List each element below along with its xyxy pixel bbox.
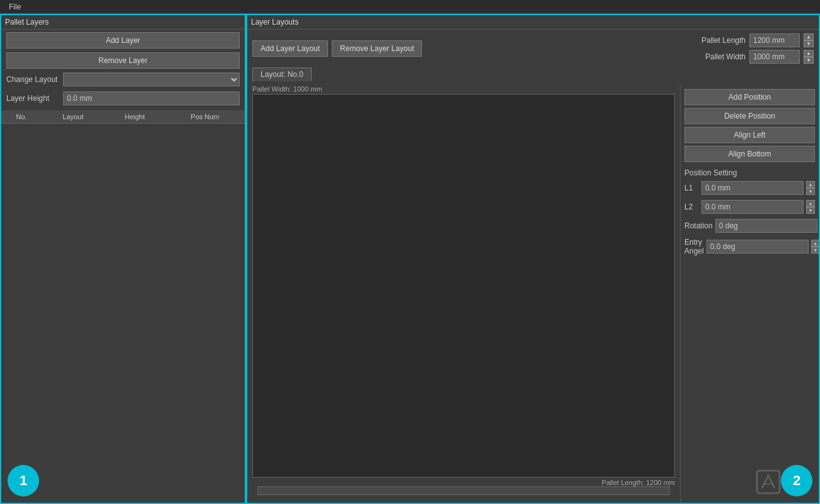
l2-spinner[interactable]: ▲ ▼ bbox=[806, 200, 815, 214]
change-layout-row: Change Layout bbox=[1, 70, 245, 89]
l1-up[interactable]: ▲ bbox=[806, 181, 815, 188]
pallet-width-label: Pallet Width bbox=[689, 52, 746, 61]
logo-area bbox=[756, 469, 781, 496]
pallet-width-up[interactable]: ▲ bbox=[804, 50, 814, 57]
entry-angel-spinner[interactable]: ▲ ▼ bbox=[811, 240, 819, 254]
pallet-width-canvas-label: Pallet Width: 1000 mm bbox=[252, 84, 675, 94]
col-layout: Layout bbox=[42, 110, 104, 124]
pallet-length-input[interactable] bbox=[749, 33, 800, 47]
canvas-area: Pallet Width: 1000 mm Pallet Length: 120… bbox=[247, 84, 680, 503]
pallet-length-label: Pallet Length bbox=[689, 36, 746, 45]
pallet-layers-title: Pallet Layers bbox=[1, 15, 245, 30]
align-left-button[interactable]: Align Left bbox=[684, 127, 815, 143]
main-layout: Pallet Layers Add Layer Remove Layer Cha… bbox=[0, 14, 820, 504]
rotation-label: Rotation bbox=[684, 221, 713, 230]
col-no: No. bbox=[1, 110, 42, 124]
pallet-width-input[interactable] bbox=[749, 50, 800, 64]
delete-position-button[interactable]: Delete Position bbox=[684, 108, 815, 124]
add-layer-layout-button[interactable]: Add Layer Layout bbox=[252, 40, 328, 57]
add-layer-button[interactable]: Add Layer bbox=[6, 32, 240, 49]
col-height: Height bbox=[104, 110, 165, 124]
badge-2: 2 bbox=[781, 465, 812, 496]
entry-angel-label: Entry Angel bbox=[684, 238, 704, 255]
layer-layouts-title: Layer Layouts bbox=[247, 15, 819, 30]
entry-angel-up[interactable]: ▲ bbox=[811, 240, 819, 247]
layer-height-label: Layer Height bbox=[6, 94, 63, 103]
pallet-length-spinner[interactable]: ▲ ▼ bbox=[804, 33, 814, 47]
l1-label: L1 bbox=[684, 184, 699, 192]
entry-angel-input[interactable] bbox=[706, 240, 809, 254]
change-layout-select[interactable] bbox=[63, 73, 240, 86]
layer-height-row: Layer Height bbox=[1, 89, 245, 108]
layer-table: No. Layout Height Pos Num bbox=[1, 110, 245, 124]
rotation-input[interactable] bbox=[715, 219, 817, 233]
l1-spinner[interactable]: ▲ ▼ bbox=[806, 181, 815, 195]
l1-input[interactable] bbox=[701, 181, 804, 195]
pallet-length-row: Pallet Length ▲ ▼ bbox=[689, 33, 814, 47]
position-setting-title: Position Setting bbox=[684, 168, 815, 177]
layout-tabs: Layout: No.0 bbox=[247, 67, 819, 84]
remove-layer-button[interactable]: Remove Layer bbox=[6, 52, 240, 69]
top-controls: Add Layer Layout Remove Layer Layout Pal… bbox=[247, 30, 819, 67]
entry-angel-down[interactable]: ▼ bbox=[811, 247, 819, 254]
rotation-row: Rotation ▲ ▼ bbox=[684, 218, 815, 234]
horizontal-scrollbar[interactable] bbox=[257, 486, 670, 495]
change-layout-label: Change Layout bbox=[6, 75, 63, 84]
pallet-length-up[interactable]: ▲ bbox=[804, 33, 814, 40]
remove-layer-layout-button[interactable]: Remove Layer Layout bbox=[332, 40, 422, 57]
pallet-width-row: Pallet Width ▲ ▼ bbox=[689, 50, 814, 64]
l1-row: L1 ▲ ▼ bbox=[684, 180, 815, 196]
l2-label: L2 bbox=[684, 202, 699, 211]
entry-angel-row: Entry Angel ▲ ▼ bbox=[684, 237, 815, 257]
l2-row: L2 ▲ ▼ bbox=[684, 199, 815, 215]
menu-bar: File bbox=[0, 0, 820, 14]
file-menu[interactable]: File bbox=[5, 3, 25, 11]
l1-down[interactable]: ▼ bbox=[806, 188, 815, 195]
canvas-wrapper: Pallet Width: 1000 mm Pallet Length: 120… bbox=[247, 84, 819, 503]
left-panel: Pallet Layers Add Layer Remove Layer Cha… bbox=[0, 14, 246, 504]
align-bottom-button[interactable]: Align Bottom bbox=[684, 146, 815, 162]
layer-height-input[interactable] bbox=[63, 91, 240, 105]
right-panel: Layer Layouts Add Layer Layout Remove La… bbox=[246, 14, 820, 504]
pallet-width-spinner[interactable]: ▲ ▼ bbox=[804, 50, 814, 64]
pallet-length-down[interactable]: ▼ bbox=[804, 40, 814, 47]
pallet-info: Pallet Length ▲ ▼ Pallet Width ▲ ▼ bbox=[689, 33, 814, 64]
l2-down[interactable]: ▼ bbox=[806, 207, 815, 214]
canvas-box[interactable] bbox=[252, 94, 675, 478]
add-position-button[interactable]: Add Position bbox=[684, 89, 815, 105]
right-sidebar: Add Position Delete Position Align Left … bbox=[680, 84, 819, 503]
col-posnum: Pos Num bbox=[165, 110, 245, 124]
layout-tab-0[interactable]: Layout: No.0 bbox=[252, 67, 312, 81]
l2-input[interactable] bbox=[701, 200, 804, 214]
l2-up[interactable]: ▲ bbox=[806, 200, 815, 207]
pallet-width-down[interactable]: ▼ bbox=[804, 57, 814, 64]
pallet-length-canvas-label: Pallet Length: 1200 mm bbox=[252, 478, 675, 486]
badge-1: 1 bbox=[8, 465, 39, 496]
